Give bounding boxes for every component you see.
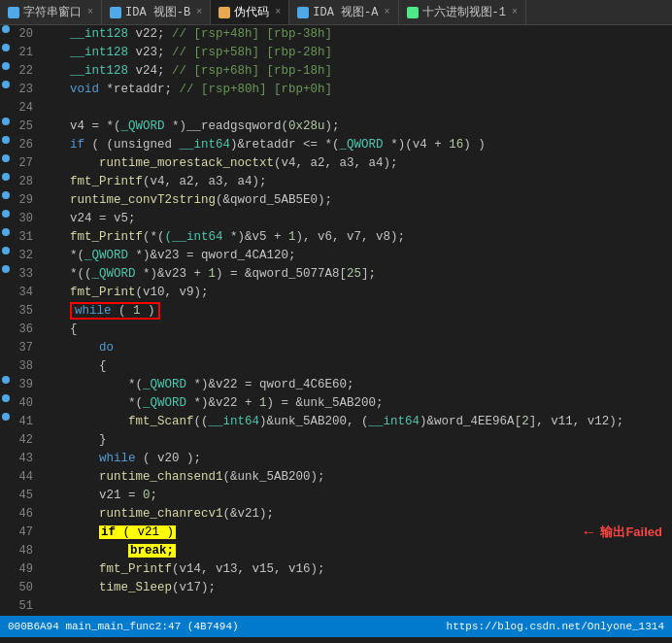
- line-num-44: 44: [12, 468, 41, 487]
- line-num-37: 37: [12, 339, 41, 357]
- code-line-47: 47 if ( v21 ): [0, 524, 672, 542]
- line-num-39: 39: [12, 376, 41, 394]
- line-code-34: fmt_Print(v10, v9);: [41, 284, 672, 302]
- code-line-38: 38 {: [0, 357, 672, 376]
- line-code-44: runtime_chansend1(&unk_5AB200);: [41, 468, 672, 487]
- line-dot-31: [0, 228, 12, 236]
- tab-ida-view-b[interactable]: IDA 视图-B ×: [102, 0, 211, 25]
- line-num-32: 32: [12, 247, 41, 265]
- tab-ida-view-a-icon: [297, 7, 309, 18]
- line-dot-41: [0, 413, 12, 421]
- line-num-22: 22: [12, 62, 41, 81]
- line-num-30: 30: [12, 210, 41, 228]
- line-code-42: }: [41, 431, 672, 450]
- line-code-29: runtime_convT2string(&qword_5AB5E0);: [41, 191, 672, 210]
- line-code-22: __int128 v24; // [rsp+68h] [rbp-18h]: [41, 62, 672, 81]
- line-code-35: while ( 1 ): [41, 302, 672, 321]
- code-line-32: 32 *(_QWORD *)&v23 = qword_4CA120;: [0, 247, 672, 265]
- line-dot-21: [0, 44, 12, 51]
- tab-hex-view-close[interactable]: ×: [512, 7, 518, 17]
- line-code-32: *(_QWORD *)&v23 = qword_4CA120;: [41, 247, 672, 265]
- line-dot-23: [0, 81, 12, 88]
- app-window: 字符串窗口 × IDA 视图-B × 伪代码 × IDA 视图-A × 十六进制…: [0, 0, 672, 637]
- line-num-49: 49: [12, 560, 41, 579]
- code-line-36: 36 {: [0, 321, 672, 339]
- annotation-failed-text: 输出Failed: [600, 524, 662, 541]
- code-line-26: 26 if ( (unsigned __int64)&retaddr <= *(…: [0, 136, 672, 154]
- line-dot-28: [0, 173, 12, 181]
- tab-pseudo-code[interactable]: 伪代码 ×: [211, 0, 289, 25]
- tab-ida-view-b-close[interactable]: ×: [196, 7, 202, 17]
- line-num-40: 40: [12, 394, 41, 413]
- status-right: https://blog.csdn.net/Onlyone_1314: [447, 621, 664, 632]
- line-num-28: 28: [12, 173, 41, 191]
- code-line-35: 35 while ( 1 ): [0, 302, 672, 321]
- code-line-49: 49 fmt_Printf(v14, v13, v15, v16);: [0, 560, 672, 579]
- line-code-41: fmt_Scanf((__int64)&unk_5AB200, (__int64…: [41, 413, 672, 431]
- line-num-51: 51: [12, 597, 41, 616]
- line-dot-32: [0, 247, 12, 254]
- line-dot-29: [0, 191, 12, 199]
- arrow-failed: ←: [581, 524, 596, 541]
- line-num-47: 47: [12, 524, 41, 542]
- line-num-48: 48: [12, 542, 41, 560]
- line-num-41: 41: [12, 413, 41, 431]
- tab-pseudo-code-close[interactable]: ×: [275, 7, 281, 17]
- tab-char-window[interactable]: 字符串窗口 ×: [0, 0, 102, 25]
- code-line-50: 50 time_Sleep(v17);: [0, 579, 672, 597]
- line-num-23: 23: [12, 81, 41, 99]
- line-num-27: 27: [12, 154, 41, 173]
- status-left: 000B6A94 main_main_func2:47 (4B7494): [8, 621, 239, 632]
- line-num-29: 29: [12, 191, 41, 210]
- line-num-38: 38: [12, 357, 41, 376]
- line-code-26: if ( (unsigned __int64)&retaddr <= *(_QW…: [41, 136, 672, 154]
- line-num-42: 42: [12, 431, 41, 450]
- line-num-21: 21: [12, 44, 41, 62]
- line-num-26: 26: [12, 136, 41, 154]
- line-code-43: while ( v20 );: [41, 450, 672, 468]
- code-line-22: 22 __int128 v24; // [rsp+68h] [rbp-18h]: [0, 62, 672, 81]
- line-num-31: 31: [12, 228, 41, 247]
- line-code-47: if ( v21 ): [41, 524, 672, 542]
- line-code-31: fmt_Printf(*((__int64 *)&v5 + 1), v6, v7…: [41, 228, 672, 247]
- code-line-45: 45 v21 = 0;: [0, 487, 672, 505]
- line-num-36: 36: [12, 321, 41, 339]
- code-line-40: 40 *(_QWORD *)&v22 + 1) = &unk_5AB200;: [0, 394, 672, 413]
- code-line-48: 48 break;: [0, 542, 672, 560]
- line-code-48: break;: [41, 542, 672, 560]
- tab-char-window-icon: [8, 7, 19, 18]
- line-dot-25: [0, 118, 12, 125]
- status-bar: 000B6A94 main_main_func2:47 (4B7494) htt…: [0, 616, 672, 637]
- line-num-46: 46: [12, 505, 41, 524]
- line-num-35: 35: [12, 302, 41, 321]
- tab-pseudo-code-icon: [218, 7, 230, 18]
- line-dot-33: [0, 265, 12, 273]
- tab-hex-view[interactable]: 十六进制视图-1 ×: [399, 0, 526, 25]
- code-line-27: 27 runtime_morestack_noctxt(v4, a2, a3, …: [0, 154, 672, 173]
- line-code-30: v24 = v5;: [41, 210, 672, 228]
- line-code-23: void *retaddr; // [rsp+80h] [rbp+0h]: [41, 81, 672, 99]
- code-line-42: 42 }: [0, 431, 672, 450]
- line-wrapper-47: 47 if ( v21 ) ← 输出Failed: [0, 524, 672, 542]
- tab-ida-view-a[interactable]: IDA 视图-A ×: [289, 0, 398, 25]
- code-line-43: 43 while ( v20 );: [0, 450, 672, 468]
- code-line-30: 30 v24 = v5;: [0, 210, 672, 228]
- line-code-28: fmt_Printf(v4, a2, a3, a4);: [41, 173, 672, 191]
- line-num-24: 24: [12, 99, 41, 118]
- code-container: 20 __int128 v22; // [rsp+48h] [rbp-38h] …: [0, 25, 672, 616]
- code-line-20: 20 __int128 v22; // [rsp+48h] [rbp-38h]: [0, 25, 672, 44]
- line-num-20: 20: [12, 25, 41, 44]
- line-code-38: {: [41, 357, 672, 376]
- tab-ida-view-a-close[interactable]: ×: [384, 7, 389, 17]
- line-code-20: __int128 v22; // [rsp+48h] [rbp-38h]: [41, 25, 672, 44]
- code-line-34: 34 fmt_Print(v10, v9);: [0, 284, 672, 302]
- code-line-25: 25 v4 = *(_QWORD *)__readgsqword(0x28u);: [0, 118, 672, 136]
- line-dot-39: [0, 376, 12, 384]
- line-code-33: *((_QWORD *)&v23 + 1) = &qword_5077A8[25…: [41, 265, 672, 284]
- code-line-29: 29 runtime_convT2string(&qword_5AB5E0);: [0, 191, 672, 210]
- line-code-27: runtime_morestack_noctxt(v4, a2, a3, a4)…: [41, 154, 672, 173]
- line-code-21: __int128 v23; // [rsp+58h] [rbp-28h]: [41, 44, 672, 62]
- line-num-45: 45: [12, 487, 41, 505]
- line-dot-27: [0, 154, 12, 162]
- tab-char-window-close[interactable]: ×: [87, 7, 93, 17]
